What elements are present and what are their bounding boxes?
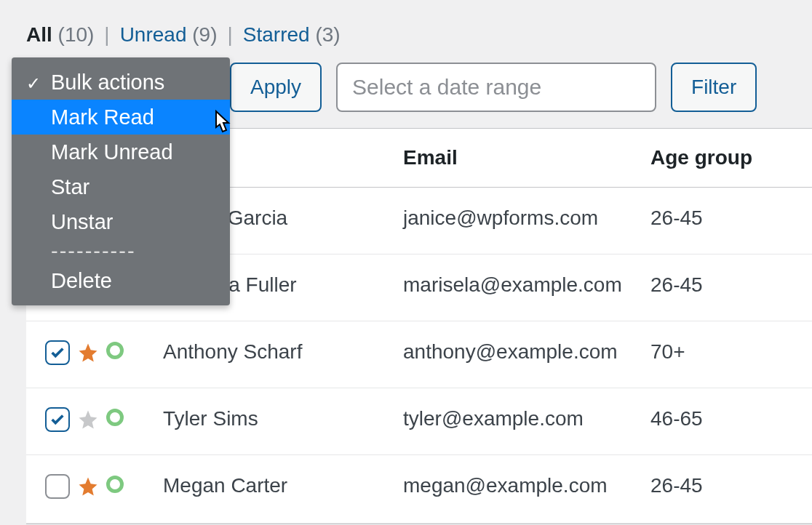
status-indicator-icon[interactable]: [106, 409, 124, 426]
bulk-menu-mark-read[interactable]: Mark Read: [12, 100, 230, 135]
table-row: Anthony Scharf anthony@example.com 70+: [26, 321, 812, 388]
row-checkbox[interactable]: [45, 340, 70, 365]
col-age[interactable]: Age group: [650, 146, 796, 169]
apply-button[interactable]: Apply: [230, 63, 322, 112]
view-starred[interactable]: Starred (3): [243, 23, 341, 47]
view-unread[interactable]: Unread (9): [120, 23, 218, 47]
bulk-menu-delete[interactable]: Delete: [12, 263, 230, 298]
cell-email: tyler@example.com: [403, 407, 650, 436]
cell-age: 46-65: [650, 407, 796, 436]
col-email[interactable]: Email: [403, 146, 650, 169]
star-icon[interactable]: [77, 409, 99, 436]
cell-email: marisela@example.com: [403, 273, 650, 302]
cell-age: 26-45: [650, 207, 796, 235]
table-row: Megan Carter megan@example.com 26-45: [26, 455, 812, 524]
table-row: Tyler Sims tyler@example.com 46-65: [26, 388, 812, 455]
star-icon[interactable]: [77, 342, 99, 369]
cell-name: Anthony Scharf: [148, 340, 403, 369]
bulk-actions-menu: Bulk actions Mark Read Mark Unread Star …: [12, 57, 230, 305]
filter-views: All (10) | Unread (9) | Starred (3) Any …: [26, 23, 812, 47]
cell-email: janice@wpforms.com: [403, 207, 650, 235]
cell-name: Megan Carter: [148, 474, 403, 504]
filter-button[interactable]: Filter: [671, 63, 757, 112]
view-all[interactable]: All (10): [26, 23, 94, 47]
cell-age: 70+: [650, 340, 796, 369]
row-checkbox[interactable]: [45, 407, 70, 432]
cell-email: anthony@example.com: [403, 340, 650, 369]
star-icon[interactable]: [77, 476, 99, 502]
row-checkbox[interactable]: [45, 474, 70, 499]
status-indicator-icon[interactable]: [106, 476, 124, 493]
status-indicator-icon[interactable]: [106, 342, 124, 359]
date-range-input[interactable]: Select a date range: [336, 63, 656, 112]
bulk-menu-unstar[interactable]: Unstar: [12, 204, 230, 239]
bulk-menu-mark-unread[interactable]: Mark Unread: [12, 135, 230, 169]
cell-age: 26-45: [650, 474, 796, 504]
cell-email: megan@example.com: [403, 474, 650, 504]
pointer-cursor-icon: [208, 110, 234, 142]
bulk-menu-title[interactable]: Bulk actions: [12, 65, 230, 100]
cell-age: 26-45: [650, 273, 796, 302]
bulk-menu-separator: ----------: [12, 239, 230, 263]
bulk-menu-star[interactable]: Star: [12, 169, 230, 204]
cell-name: Tyler Sims: [148, 407, 403, 436]
